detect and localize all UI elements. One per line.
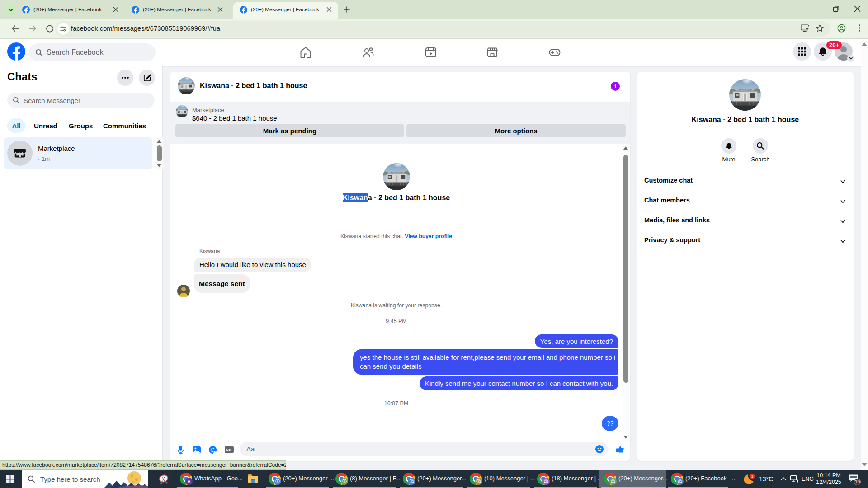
svg-text:1: 1 <box>751 474 754 479</box>
